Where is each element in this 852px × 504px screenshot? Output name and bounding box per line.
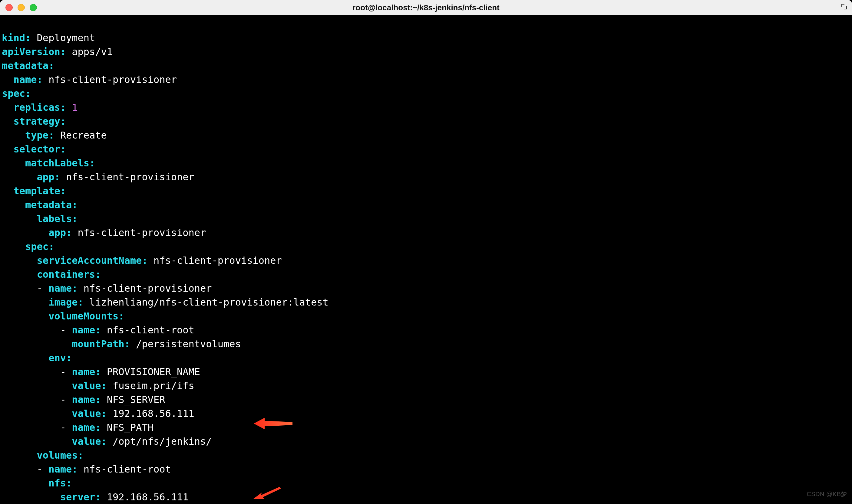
yaml-line: volumes: [2, 450, 84, 461]
yaml-key: mountPath: [72, 338, 130, 350]
arrow-annotation-icon [212, 472, 252, 487]
yaml-value: nfs-client-root [77, 464, 171, 475]
yaml-key: volumes: [37, 450, 84, 461]
yaml-line: matchLabels: [2, 157, 95, 169]
yaml-line: spec: [2, 88, 31, 99]
yaml-line: selector: [2, 143, 66, 155]
yaml-key: apiVersion: [2, 46, 66, 57]
yaml-dash: - [2, 464, 49, 475]
yaml-line: strategy: [2, 115, 66, 127]
arrow-annotation-icon [219, 402, 258, 417]
yaml-value: /opt/nfs/jenkins/ [107, 436, 212, 447]
yaml-key: replicas: [14, 102, 66, 113]
yaml-value: nfs-client-provisioner [77, 283, 212, 294]
yaml-value [66, 102, 72, 113]
window-title: root@localhost:~/k8s-jenkins/nfs-client [352, 3, 500, 13]
yaml-key: name: [49, 464, 77, 475]
yaml-key: type: [25, 129, 54, 141]
yaml-line: - name: nfs-client-provisioner [2, 283, 212, 294]
yaml-key: strategy: [14, 115, 66, 127]
yaml-value: fuseim.pri/ifs [107, 380, 194, 392]
yaml-line: template: [2, 185, 66, 197]
yaml-key: app: [37, 171, 60, 183]
yaml-value: 192.168.56.111 [101, 491, 189, 503]
yaml-line: spec: [2, 241, 54, 252]
yaml-line: metadata: [2, 60, 54, 71]
yaml-value: apps/v1 [66, 46, 112, 57]
yaml-line: containers: [2, 269, 101, 280]
yaml-key: name: [72, 394, 101, 406]
yaml-key: matchLabels: [25, 157, 95, 169]
yaml-key: env: [49, 352, 72, 364]
yaml-line: env: [2, 352, 72, 364]
yaml-key: value: [72, 408, 107, 419]
yaml-line: apiVersion: apps/v1 [2, 46, 112, 57]
yaml-line: volumeMounts: [2, 310, 124, 322]
yaml-line: metadata: [2, 199, 77, 211]
yaml-key: template: [14, 185, 66, 197]
yaml-line: - name: nfs-client-root [2, 464, 171, 475]
yaml-key: kind: [2, 32, 31, 43]
yaml-line: - name: NFS_SERVER [2, 394, 165, 406]
svg-marker-1 [253, 487, 281, 499]
yaml-line: image: lizhenliang/nfs-client-provisione… [2, 296, 329, 308]
terminal-window: root@localhost:~/k8s-jenkins/nfs-client … [0, 0, 852, 504]
yaml-line: nfs: [2, 478, 72, 489]
yaml-number: 1 [72, 102, 77, 113]
yaml-value: /persistentvolumes [130, 338, 241, 350]
yaml-line: app: nfs-client-provisioner [2, 227, 206, 238]
yaml-key: image: [49, 296, 84, 308]
yaml-line: type: Recreate [2, 129, 107, 141]
yaml-key: name: [72, 366, 101, 378]
yaml-value: nfs-client-provisioner [72, 227, 206, 238]
yaml-key: app: [49, 227, 72, 238]
yaml-line: labels: [2, 213, 77, 224]
close-icon[interactable] [5, 4, 13, 11]
yaml-value: 192.168.56.111 [107, 408, 194, 419]
yaml-key: selector: [14, 143, 66, 155]
yaml-key: metadata: [25, 199, 77, 211]
yaml-key: spec: [25, 241, 54, 252]
yaml-key: value: [72, 380, 107, 392]
yaml-key: serviceAccountName: [37, 255, 148, 266]
yaml-key: labels: [37, 213, 78, 224]
yaml-dash: - [2, 324, 72, 336]
yaml-dash: - [2, 394, 72, 406]
yaml-key: nfs: [49, 478, 72, 489]
yaml-value: nfs-client-provisioner [148, 255, 282, 266]
yaml-key: name: [49, 283, 77, 294]
zoom-icon[interactable] [30, 4, 37, 11]
yaml-key: server: [60, 491, 101, 503]
yaml-key: name: [72, 422, 101, 433]
yaml-line: - name: PROVISIONER_NAME [2, 366, 200, 378]
yaml-dash: - [2, 422, 72, 433]
yaml-key: name: [72, 324, 101, 336]
yaml-key: volumeMounts: [49, 310, 124, 322]
yaml-line: replicas: 1 [2, 102, 77, 113]
minimize-icon[interactable] [18, 4, 25, 11]
yaml-line: mountPath: /persistentvolumes [2, 338, 241, 350]
titlebar: root@localhost:~/k8s-jenkins/nfs-client [0, 0, 852, 15]
yaml-value: PROVISIONER_NAME [101, 366, 201, 378]
yaml-line: - name: NFS_PATH [2, 422, 154, 433]
yaml-value: Deployment [31, 32, 95, 43]
yaml-value: NFS_PATH [101, 422, 154, 433]
yaml-key: value: [72, 436, 107, 447]
terminal-content[interactable]: kind: Deployment apiVersion: apps/v1 met… [0, 15, 852, 504]
expand-icon[interactable] [840, 3, 848, 13]
yaml-value: nfs-client-provisioner [60, 171, 194, 183]
yaml-line: kind: Deployment [2, 32, 95, 43]
yaml-line: server: 192.168.56.111 [2, 491, 189, 503]
yaml-value: Recreate [54, 129, 107, 141]
yaml-line: value: 192.168.56.111 [2, 408, 194, 419]
yaml-value: lizhenliang/nfs-client-provisioner:lates… [84, 296, 329, 308]
yaml-value: nfs-client-provisioner [43, 74, 177, 85]
yaml-line: name: nfs-client-provisioner [2, 74, 177, 85]
yaml-dash: - [2, 366, 72, 378]
yaml-line: - name: nfs-client-root [2, 324, 194, 336]
yaml-key: spec: [2, 88, 31, 99]
yaml-key: name: [14, 74, 43, 85]
yaml-key: metadata: [2, 60, 54, 71]
yaml-value: nfs-client-root [101, 324, 194, 336]
yaml-line: serviceAccountName: nfs-client-provision… [2, 255, 282, 266]
